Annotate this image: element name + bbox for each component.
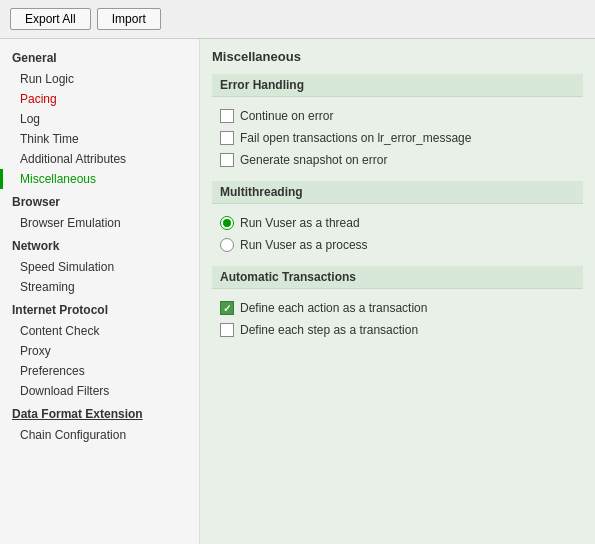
sidebar-section-browser: Browser [0,189,199,213]
continue-on-error-checkbox[interactable] [220,109,234,123]
sidebar-section-data-format: Data Format Extension [0,401,199,425]
sidebar-item-log[interactable]: Log [0,109,199,129]
run-as-thread-row: Run Vuser as a thread [212,212,583,234]
run-as-process-row: Run Vuser as a process [212,234,583,256]
sidebar-section-network: Network [0,233,199,257]
multithreading-header: Multithreading [212,181,583,204]
define-action-transaction-checkbox[interactable] [220,301,234,315]
sidebar-item-miscellaneous[interactable]: Miscellaneous [0,169,199,189]
define-step-transaction-checkbox[interactable] [220,323,234,337]
content-title: Miscellaneous [212,49,583,64]
main-area: General Run Logic Pacing Log Think Time … [0,39,595,544]
run-as-process-label[interactable]: Run Vuser as a process [240,238,368,252]
sidebar-item-additional-attributes[interactable]: Additional Attributes [0,149,199,169]
sidebar-item-preferences[interactable]: Preferences [0,361,199,381]
toolbar: Export All Import [0,0,595,39]
run-as-process-radio[interactable] [220,238,234,252]
sidebar-item-download-filters[interactable]: Download Filters [0,381,199,401]
sidebar-item-chain-configuration[interactable]: Chain Configuration [0,425,199,445]
define-step-transaction-row: Define each step as a transaction [212,319,583,341]
sidebar: General Run Logic Pacing Log Think Time … [0,39,200,544]
continue-on-error-row: Continue on error [212,105,583,127]
sidebar-item-run-logic[interactable]: Run Logic [0,69,199,89]
sidebar-item-content-check[interactable]: Content Check [0,321,199,341]
error-handling-section: Error Handling Continue on error Fail op… [212,74,583,171]
sidebar-item-streaming[interactable]: Streaming [0,277,199,297]
error-handling-header: Error Handling [212,74,583,97]
sidebar-section-general: General [0,45,199,69]
multithreading-section: Multithreading Run Vuser as a thread Run… [212,181,583,256]
automatic-transactions-section: Automatic Transactions Define each actio… [212,266,583,341]
sidebar-item-pacing[interactable]: Pacing [0,89,199,109]
define-step-transaction-label[interactable]: Define each step as a transaction [240,323,418,337]
define-action-transaction-row: Define each action as a transaction [212,297,583,319]
export-all-button[interactable]: Export All [10,8,91,30]
fail-open-transactions-label[interactable]: Fail open transactions on lr_error_messa… [240,131,471,145]
fail-open-transactions-checkbox[interactable] [220,131,234,145]
generate-snapshot-checkbox[interactable] [220,153,234,167]
define-action-transaction-label[interactable]: Define each action as a transaction [240,301,427,315]
generate-snapshot-label[interactable]: Generate snapshot on error [240,153,387,167]
run-as-thread-radio[interactable] [220,216,234,230]
content-area: Miscellaneous Error Handling Continue on… [200,39,595,544]
continue-on-error-label[interactable]: Continue on error [240,109,333,123]
sidebar-section-internet-protocol: Internet Protocol [0,297,199,321]
sidebar-item-think-time[interactable]: Think Time [0,129,199,149]
import-button[interactable]: Import [97,8,161,30]
fail-open-transactions-row: Fail open transactions on lr_error_messa… [212,127,583,149]
run-as-thread-label[interactable]: Run Vuser as a thread [240,216,360,230]
generate-snapshot-row: Generate snapshot on error [212,149,583,171]
automatic-transactions-header: Automatic Transactions [212,266,583,289]
sidebar-item-proxy[interactable]: Proxy [0,341,199,361]
sidebar-item-speed-simulation[interactable]: Speed Simulation [0,257,199,277]
sidebar-item-browser-emulation[interactable]: Browser Emulation [0,213,199,233]
